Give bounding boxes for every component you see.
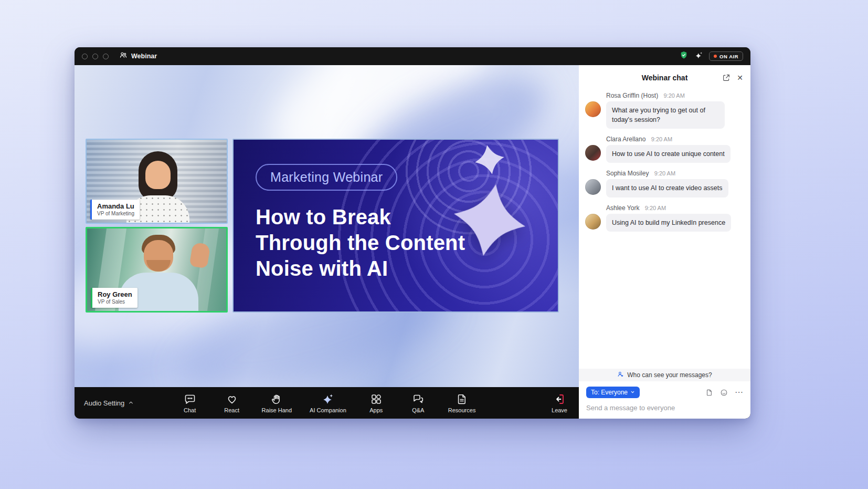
- slide-badge: Marketing Webinar: [256, 164, 397, 191]
- message-author: Rosa Griffin (Host): [606, 92, 658, 99]
- popout-icon[interactable]: [722, 74, 731, 82]
- speaker-name-tag: Amanda Lu VP of Marketing: [90, 200, 140, 220]
- toolbar-item-resources[interactable]: Resources: [448, 393, 476, 413]
- message-time: 9:20 AM: [651, 136, 672, 142]
- message-bubble: What are you trying to get out of today'…: [606, 101, 725, 129]
- message-author: Sophia Mosiley: [606, 170, 649, 177]
- message-bubble: How to use AI to create unique content: [606, 145, 731, 163]
- chat-compose-area: To: Everyone: [579, 381, 750, 419]
- message-bubble: I want to use AI to create video assets: [606, 179, 728, 197]
- avatar: [585, 101, 601, 117]
- window-minimize-button[interactable]: [92, 54, 98, 59]
- speaker-name: Roy Green: [98, 290, 132, 298]
- chat-header: Webinar chat ✕: [579, 65, 750, 90]
- to-everyone-selector[interactable]: To: Everyone: [586, 387, 640, 398]
- on-air-badge: ON AIR: [709, 51, 743, 61]
- toolbar-item-react[interactable]: React: [220, 393, 244, 413]
- toolbar-item-ai-companion[interactable]: AI Companion: [310, 393, 346, 413]
- message-time: 9:20 AM: [645, 205, 666, 211]
- chat-message: Ashlee York 9:20 AM Using AI to build my…: [585, 204, 743, 232]
- message-visibility-note[interactable]: Who can see your messages?: [579, 369, 750, 381]
- slide-title: How to Break Through the Content Noise w…: [256, 204, 558, 281]
- message-author: Clara Arellano: [606, 136, 645, 143]
- toolbar-item-label: Apps: [369, 407, 383, 413]
- audio-setting-label: Audio Setting: [84, 399, 124, 407]
- toolbar-item-label: Q&A: [412, 407, 424, 413]
- speaker-tile-roy[interactable]: Roy Green VP of Sales: [86, 227, 228, 313]
- toolbar-item-label: AI Companion: [310, 407, 346, 413]
- chevron-up-icon: [128, 399, 134, 407]
- toolbar-item-raise-hand[interactable]: Raise Hand: [262, 393, 292, 413]
- window-controls: [82, 54, 109, 59]
- window-title: Webinar: [131, 53, 157, 60]
- meeting-toolbar: Audio Setting Chat: [75, 387, 579, 419]
- chat-message: Clara Arellano 9:20 AM How to use AI to …: [585, 136, 743, 163]
- speaker-role: VP of Sales: [98, 299, 132, 305]
- avatar: [585, 145, 601, 161]
- avatar: [585, 179, 601, 195]
- visibility-note-text: Who can see your messages?: [627, 371, 712, 379]
- speaker-figure: [145, 161, 171, 189]
- participants-icon: [119, 51, 128, 61]
- speaker-name: Amanda Lu: [97, 202, 134, 210]
- qa-icon: [412, 393, 425, 405]
- heart-icon: [226, 393, 238, 405]
- resources-icon: [456, 393, 468, 405]
- ai-sparkle-icon[interactable]: [694, 51, 703, 62]
- slide-title-line: Through the Content: [256, 230, 558, 256]
- window-title-group: Webinar: [119, 51, 157, 61]
- webinar-chat-panel: Webinar chat ✕ Rosa Griffin (Host): [579, 65, 750, 419]
- chat-message-input[interactable]: [586, 404, 743, 412]
- window-close-button[interactable]: [82, 54, 88, 59]
- video-area: Amanda Lu VP of Marketing Roy Green V: [75, 65, 579, 387]
- message-time: 9:20 AM: [654, 170, 675, 176]
- leave-label: Leave: [552, 407, 567, 413]
- ai-companion-icon: [322, 393, 334, 405]
- avatar: [585, 214, 601, 230]
- toolbar-item-label: Resources: [448, 407, 476, 413]
- toolbar-item-apps[interactable]: Apps: [364, 393, 388, 413]
- webinar-stage: Amanda Lu VP of Marketing Roy Green V: [75, 65, 579, 419]
- security-shield-icon[interactable]: [679, 50, 689, 62]
- raise-hand-icon: [270, 393, 283, 405]
- chat-title: Webinar chat: [642, 74, 688, 82]
- leave-icon: [553, 393, 566, 405]
- slide-title-line: How to Break: [256, 204, 558, 230]
- toolbar-item-label: Raise Hand: [262, 407, 292, 413]
- to-everyone-label: To: Everyone: [591, 389, 628, 396]
- chat-message: Sophia Mosiley 9:20 AM I want to use AI …: [585, 170, 743, 197]
- speaker-role: VP of Marketing: [97, 211, 134, 216]
- chat-message: Rosa Griffin (Host) 9:20 AM What are you…: [585, 92, 743, 129]
- message-author: Ashlee York: [606, 204, 639, 212]
- close-icon[interactable]: ✕: [737, 74, 743, 82]
- on-air-dot: [714, 55, 717, 58]
- toolbar-item-label: React: [224, 407, 239, 413]
- visibility-person-icon: [617, 371, 624, 379]
- speaker-name-tag: Roy Green VP of Sales: [91, 288, 137, 308]
- window-maximize-button[interactable]: [103, 54, 109, 59]
- speaker-tile-amanda[interactable]: Amanda Lu VP of Marketing: [86, 139, 228, 224]
- chat-message-list[interactable]: Rosa Griffin (Host) 9:20 AM What are you…: [579, 90, 750, 369]
- leave-button[interactable]: Leave: [552, 393, 567, 413]
- chat-icon: [184, 393, 196, 405]
- audio-setting-button[interactable]: Audio Setting: [84, 399, 134, 407]
- on-air-label: ON AIR: [719, 54, 738, 59]
- webinar-window: Webinar ON AIR: [75, 47, 750, 419]
- presentation-slide: Marketing Webinar How to Break Through t…: [232, 139, 559, 313]
- apps-icon: [370, 393, 383, 405]
- message-bubble: Using AI to build my LinkedIn presence: [606, 214, 731, 232]
- chevron-down-icon: [630, 389, 635, 396]
- toolbar-item-chat[interactable]: Chat: [178, 393, 202, 413]
- toolbar-item-qa[interactable]: Q&A: [406, 393, 430, 413]
- slide-title-line: Noise with AI: [256, 256, 558, 282]
- message-time: 9:20 AM: [663, 92, 684, 99]
- toolbar-item-label: Chat: [184, 407, 196, 413]
- more-options-icon[interactable]: ⋯: [735, 388, 743, 397]
- emoji-icon[interactable]: [720, 389, 728, 397]
- file-attach-icon[interactable]: [705, 389, 713, 397]
- speaker-figure: [146, 260, 171, 272]
- window-titlebar: Webinar ON AIR: [75, 47, 750, 65]
